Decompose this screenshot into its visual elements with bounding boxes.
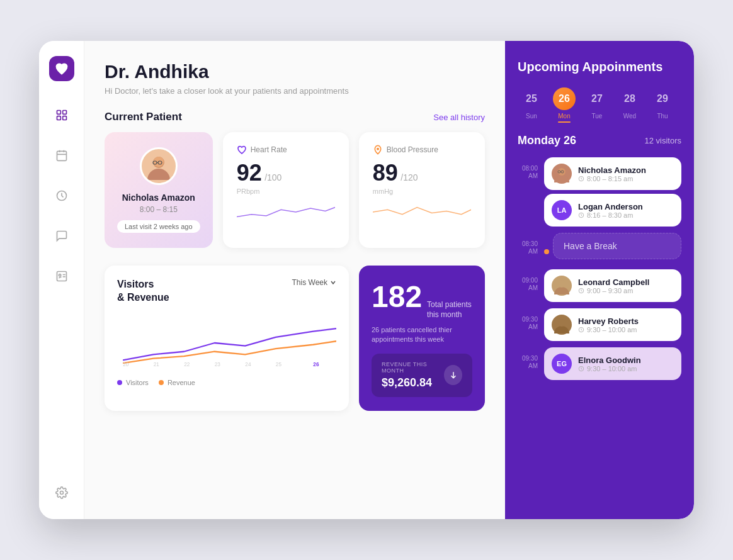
revenue-dot	[159, 380, 164, 385]
revenue-icon[interactable]	[444, 365, 462, 385]
logo[interactable]	[49, 56, 74, 81]
blood-pressure-value: 89 /120	[373, 160, 471, 186]
doctor-subtitle: Hi Doctor, let's take a closer look at y…	[105, 86, 485, 96]
appointments-title: Upcoming Appoinments	[518, 59, 681, 75]
heart-rate-card: Heart Rate 92 /100 PRbpm	[223, 132, 349, 248]
date-26[interactable]: 26 Mon	[550, 87, 578, 123]
last-visit-badge: Last visit 2 weeks ago	[117, 220, 200, 233]
appointment-elnora[interactable]: EG Elnora Goodwin 9:30 – 10:00 am	[544, 347, 681, 380]
sidebar-item-settings[interactable]	[50, 481, 73, 504]
revenue-box: REVENUE THIS MONTH $9,260.84	[372, 354, 472, 397]
current-patient-header: Current Patient See all history	[105, 111, 485, 123]
blood-pressure-card: Blood Pressure 89 /120 mmHg	[359, 132, 485, 248]
blood-pressure-chart	[373, 203, 471, 221]
svg-text:20: 20	[123, 361, 129, 367]
time-slot-0930-harvey: 09:30AM Harvey Roberts	[518, 308, 681, 345]
apt-avatar-nicholas	[552, 164, 572, 184]
heart-rate-label: Heart Rate	[237, 145, 335, 155]
chart-header: Visitors & Revenue This Week	[117, 278, 336, 305]
svg-rect-2	[57, 116, 60, 120]
break-indicator	[544, 249, 549, 254]
patient-name: Nicholas Amazon	[122, 193, 195, 203]
time-slot-0930-elnora: 09:30AM EG Elnora Goodwin 9:30 – 10:00 a…	[518, 347, 681, 384]
svg-point-37	[558, 280, 565, 288]
visitors-revenue-chart: 20 21 22 23 24 25 26	[117, 315, 336, 371]
heart-rate-chart	[237, 203, 335, 221]
date-29[interactable]: 29 Thu	[649, 87, 676, 123]
svg-rect-0	[57, 111, 60, 115]
appointment-logan[interactable]: LA Logan Anderson 8:16 – 8:30 am	[544, 194, 681, 227]
svg-point-15	[147, 169, 170, 180]
chart-title: Visitors & Revenue	[117, 278, 169, 305]
patient-time: 8:00 – 8:15	[140, 205, 178, 214]
appointment-harvey[interactable]: Harvey Roberts 9:30 – 10:00 am	[544, 308, 681, 341]
legend-revenue: Revenue	[159, 379, 195, 386]
visitors-dot	[117, 380, 122, 385]
time-slot-0830: 08:30AM Have a Break	[518, 233, 681, 267]
sidebar-item-profile[interactable]	[50, 265, 73, 288]
right-panel: Upcoming Appoinments 25 Sun 26 Mon 27 Tu…	[505, 41, 694, 519]
appointment-nicholas[interactable]: Nicholas Amazon 8:00 – 8:15 am	[544, 157, 681, 190]
svg-text:22: 22	[184, 361, 190, 367]
apt-avatar-leonard	[552, 276, 572, 296]
break-card: Have a Break	[553, 233, 681, 259]
svg-point-20	[377, 148, 379, 150]
main-content: Dr. Andhika Hi Doctor, let's take a clos…	[84, 41, 505, 519]
cancelled-note: 26 patients cancelled thier appointments…	[372, 325, 472, 345]
svg-point-13	[60, 491, 63, 495]
app-container: Dr. Andhika Hi Doctor, let's take a clos…	[39, 41, 694, 519]
total-patients-number: 182	[372, 279, 422, 314]
sidebar-item-home[interactable]	[50, 104, 73, 126]
visitors-count: 12 visitors	[644, 136, 681, 145]
date-25[interactable]: 25 Sun	[518, 87, 545, 123]
patient-profile-card: Nicholas Amazon 8:00 – 8:15 Last visit 2…	[105, 132, 213, 248]
sidebar-item-chat[interactable]	[50, 225, 73, 247]
heart-rate-sub: PRbpm	[237, 188, 335, 195]
appointment-leonard[interactable]: Leonard Campbell 9:00 – 9:30 am	[544, 269, 681, 302]
svg-rect-1	[62, 111, 66, 115]
patient-cards: Nicholas Amazon 8:00 – 8:15 Last visit 2…	[105, 132, 485, 248]
date-28[interactable]: 28 Wed	[616, 87, 644, 123]
apt-avatar-logan: LA	[552, 200, 572, 220]
heart-rate-value: 92 /100	[237, 160, 335, 186]
chart-area: Visitors & Revenue This Week 20	[105, 266, 349, 411]
date-row: 25 Sun 26 Mon 27 Tue 28 Wed 29 Thu 30	[518, 87, 681, 123]
apt-avatar-elnora: EG	[552, 354, 572, 374]
svg-text:21: 21	[154, 361, 160, 367]
see-all-link[interactable]: See all history	[433, 113, 485, 122]
svg-rect-3	[62, 116, 66, 120]
active-underline	[558, 121, 571, 123]
timeline: 08:00AM Nich	[518, 157, 681, 386]
svg-text:24: 24	[245, 361, 251, 367]
day-title: Monday 26	[518, 134, 576, 147]
svg-text:25: 25	[276, 361, 282, 367]
svg-point-29	[554, 175, 569, 182]
svg-text:23: 23	[215, 361, 221, 367]
svg-point-10	[59, 274, 60, 276]
current-patient-title: Current Patient	[105, 111, 182, 123]
filter-button[interactable]: This Week	[292, 278, 336, 287]
apt-avatar-harvey	[552, 315, 572, 335]
total-label-1: Total patients	[427, 300, 472, 309]
chart-legend: Visitors Revenue	[117, 379, 336, 386]
date-27[interactable]: 27 Tue	[583, 87, 611, 123]
total-label-2: this month	[427, 310, 472, 319]
sidebar	[39, 41, 84, 519]
sidebar-item-calendar[interactable]	[50, 144, 73, 167]
bottom-section: Visitors & Revenue This Week 20	[105, 266, 485, 411]
sidebar-item-clock[interactable]	[50, 184, 73, 207]
doctor-name: Dr. Andhika	[105, 61, 485, 82]
svg-point-30	[558, 168, 565, 176]
legend-visitors: Visitors	[117, 379, 149, 386]
svg-point-36	[554, 287, 569, 294]
day-header: Monday 26 12 visitors	[518, 134, 681, 147]
time-slot-0800: 08:00AM Nich	[518, 157, 681, 230]
blood-pressure-label: Blood Pressure	[373, 145, 471, 155]
stats-card: 182 Total patients this month 26 patient…	[359, 266, 485, 411]
stats-top: 182 Total patients this month 26 patient…	[372, 279, 472, 345]
svg-text:26: 26	[313, 361, 319, 367]
time-slot-0900: 09:00AM Leonard Campbell	[518, 269, 681, 306]
blood-pressure-sub: mmHg	[373, 188, 471, 195]
svg-point-39	[554, 326, 569, 333]
svg-point-40	[558, 319, 565, 327]
